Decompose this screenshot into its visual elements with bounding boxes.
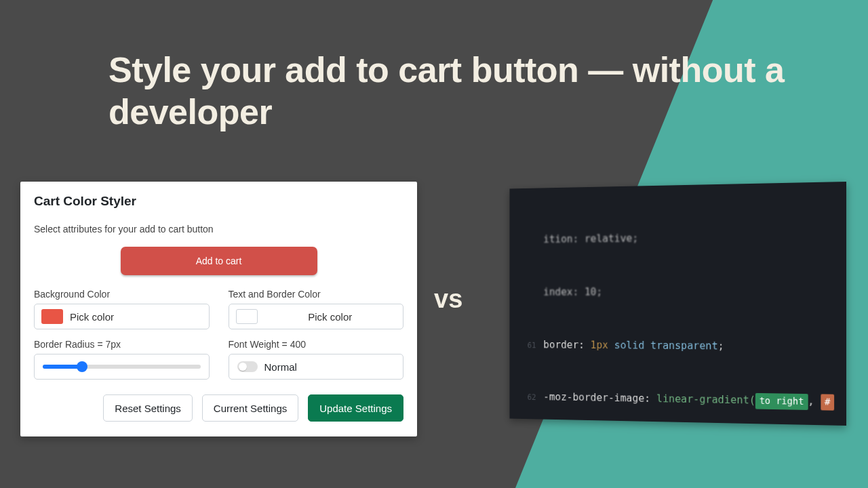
radius-label: Border Radius = 7px [34,339,210,350]
bg-color-picker[interactable]: Pick color [34,304,210,329]
current-button[interactable]: Current Settings [202,394,298,422]
reset-button[interactable]: Reset Settings [103,394,193,422]
headline: Style your add to cart button — without … [108,49,868,134]
radius-slider[interactable] [34,354,210,380]
text-color-swatch [236,309,258,324]
styler-panel: Cart Color Styler Select attributes for … [20,182,417,436]
panel-subtitle: Select attributes for your add to cart b… [34,224,403,235]
panel-title: Cart Color Styler [34,194,403,209]
slider-thumb[interactable] [77,361,87,372]
toggle-track [237,361,258,372]
text-color-label: Text and Border Color [229,289,404,300]
bg-color-swatch [41,309,63,324]
bg-color-text: Pick color [70,311,202,323]
bg-color-label: Background Color [34,289,210,300]
weight-label: Font Weight = 400 [229,339,404,350]
weight-value: Normal [264,361,297,373]
update-button[interactable]: Update Settings [308,394,403,422]
code-editor-image: ition: relative; index: 10; 61border: 1p… [509,182,846,426]
text-color-picker[interactable]: Pick color [229,304,404,329]
vs-label: vs [434,285,462,314]
toggle-knob [239,363,247,371]
text-color-text: Pick color [264,311,397,323]
add-to-cart-preview-button[interactable]: Add to cart [121,247,317,275]
weight-toggle[interactable]: Normal [229,354,404,380]
